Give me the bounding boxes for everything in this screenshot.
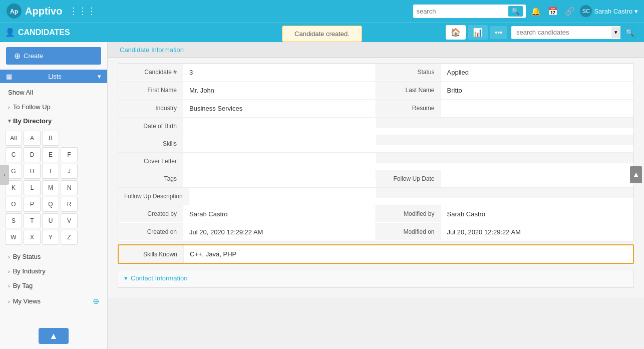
- value-follow-up-desc-right: [376, 188, 634, 198]
- sidebar-menu: Show All › To Follow Up ▾ By Directory A…: [0, 83, 107, 311]
- value-cover-letter: [183, 153, 376, 163]
- candidate-form: Candidate # 3 Status Applied First Name …: [118, 63, 634, 241]
- form-cell-follow-up-desc: Follow Up Description: [118, 188, 376, 205]
- dir-btn-z[interactable]: Z: [61, 230, 78, 245]
- sidebar-item-by-industry[interactable]: › By Industry: [0, 264, 107, 278]
- dir-btn-f[interactable]: F: [61, 147, 78, 162]
- sidebar-item-show-all[interactable]: Show All: [0, 85, 107, 100]
- value-last-name: Britto: [441, 82, 634, 99]
- skills-known-row: Skills Known C++, Java, PHP: [118, 244, 634, 264]
- form-cell-skills-right: [376, 135, 634, 152]
- form-row-1: Candidate # 3 Status Applied: [118, 64, 633, 82]
- apptivo-logo[interactable]: Ap: [6, 3, 22, 19]
- dir-btn-n[interactable]: N: [61, 180, 78, 195]
- more-button[interactable]: •••: [490, 26, 507, 39]
- value-modified-on: Jul 20, 2020 12:29:22 AM: [441, 223, 634, 241]
- add-view-icon[interactable]: ⊕: [93, 296, 99, 306]
- label-modified-on: Modified on: [376, 223, 441, 240]
- plus-icon: ⊕: [14, 51, 21, 61]
- calendar-icon[interactable]: 📅: [548, 7, 558, 16]
- label-dob: Date of Birth: [118, 118, 183, 135]
- dir-btn-u[interactable]: U: [42, 213, 59, 228]
- search-dropdown-button[interactable]: ▾: [611, 27, 620, 38]
- dir-btn-w[interactable]: W: [5, 230, 22, 245]
- dir-btn-h[interactable]: H: [24, 164, 41, 179]
- nav-action-buttons: 🏠 📊 •••: [446, 25, 507, 40]
- dir-btn-p[interactable]: P: [24, 197, 41, 212]
- global-search-input[interactable]: [416, 8, 506, 15]
- form-cell-resume: Resume: [376, 100, 634, 117]
- arrow-right-icon-industry: ›: [8, 268, 10, 274]
- form-row-5: Skills: [118, 135, 633, 153]
- dir-btn-v[interactable]: V: [61, 213, 78, 228]
- contact-icon[interactable]: 🔗: [565, 7, 575, 16]
- label-status: Status: [376, 64, 441, 81]
- form-cell-cover-letter: Cover Letter: [118, 153, 376, 170]
- contact-section-label: Contact Information: [131, 274, 187, 282]
- dir-btn-r[interactable]: R: [61, 197, 78, 212]
- dir-btn-d[interactable]: D: [24, 147, 41, 162]
- dir-btn-e[interactable]: E: [42, 147, 59, 162]
- user-info[interactable]: SC Sarah Castro ▾: [580, 5, 638, 17]
- bell-icon[interactable]: 🔔: [531, 7, 541, 16]
- collapse-sidebar-button[interactable]: ‹: [0, 165, 9, 185]
- user-name: Sarah Castro: [594, 8, 632, 15]
- grid-icon[interactable]: ⋮⋮⋮: [69, 6, 96, 17]
- directory-grid: All A B C D E F G H I J K: [0, 128, 107, 249]
- dir-btn-c[interactable]: C: [5, 147, 22, 162]
- scroll-top-button[interactable]: ▲: [630, 166, 642, 183]
- create-button[interactable]: ⊕ Create: [6, 47, 101, 65]
- dir-btn-all[interactable]: All: [5, 131, 22, 146]
- avatar: SC: [580, 5, 592, 17]
- sidebar-item-my-views[interactable]: › My Views ⊕: [0, 293, 107, 309]
- candidate-info-link[interactable]: Candidate Information: [120, 46, 184, 54]
- global-search-button[interactable]: 🔍: [508, 6, 523, 17]
- sidebar-item-by-status[interactable]: › By Status: [0, 249, 107, 264]
- app-name: Apptivo: [25, 6, 62, 17]
- dir-btn-q[interactable]: Q: [42, 197, 59, 212]
- label-candidate-num: Candidate #: [118, 64, 183, 81]
- dir-btn-l[interactable]: L: [24, 180, 41, 195]
- sidebar-item-to-follow-up[interactable]: › To Follow Up: [0, 100, 107, 114]
- value-follow-up-date: [441, 170, 634, 180]
- value-industry: Business Services: [183, 100, 376, 117]
- form-container: Candidate # 3 Status Applied First Name …: [108, 58, 644, 298]
- dir-btn-j[interactable]: J: [61, 164, 78, 179]
- dir-btn-b[interactable]: B: [42, 131, 59, 146]
- dir-btn-o[interactable]: O: [5, 197, 22, 212]
- module-search-bar: ▾ 🔍: [511, 26, 639, 39]
- label-cover-letter: Cover Letter: [118, 153, 183, 170]
- dir-btn-y[interactable]: Y: [42, 230, 59, 245]
- form-cell-candidate-num: Candidate # 3: [118, 64, 376, 81]
- dir-btn-x[interactable]: X: [24, 230, 41, 245]
- lists-row[interactable]: ▦ Lists ▾: [0, 70, 107, 83]
- label-first-name: First Name: [118, 82, 183, 99]
- form-row-2: First Name Mr. John Last Name Britto: [118, 82, 633, 100]
- contact-section-header[interactable]: ▾ Contact Information: [118, 269, 633, 287]
- list-icon: ▦: [6, 73, 12, 80]
- value-candidate-num: 3: [183, 64, 376, 81]
- dir-btn-t[interactable]: T: [24, 213, 41, 228]
- form-cell-cover-letter-right: [376, 153, 634, 170]
- global-search-bar: 🔍: [413, 5, 526, 18]
- sidebar-scroll-top-button[interactable]: ▲: [39, 328, 69, 344]
- dir-btn-m[interactable]: M: [42, 180, 59, 195]
- label-skills-known: Skills Known: [119, 245, 184, 263]
- module-search-input[interactable]: [511, 26, 611, 39]
- user-dropdown-icon: ▾: [634, 8, 638, 15]
- form-cell-dob: Date of Birth: [118, 118, 376, 135]
- home-button[interactable]: 🏠: [446, 25, 466, 40]
- dir-btn-i[interactable]: I: [42, 164, 59, 179]
- form-cell-modified-by: Modified by Sarah Castro: [376, 205, 634, 223]
- dir-btn-s[interactable]: S: [5, 213, 22, 228]
- lists-label: Lists: [48, 73, 62, 80]
- form-cell-modified-on: Modified on Jul 20, 2020 12:29:22 AM: [376, 223, 634, 241]
- sidebar-item-by-directory[interactable]: ▾ By Directory: [0, 114, 107, 128]
- label-created-on: Created on: [118, 223, 183, 240]
- value-status: Applied: [441, 64, 634, 81]
- module-icon: 👤: [5, 28, 15, 37]
- sidebar-item-by-tag[interactable]: › By Tag: [0, 278, 107, 293]
- chart-button[interactable]: 📊: [468, 25, 488, 40]
- dir-btn-a[interactable]: A: [24, 131, 41, 146]
- module-search-button[interactable]: 🔍: [620, 26, 639, 39]
